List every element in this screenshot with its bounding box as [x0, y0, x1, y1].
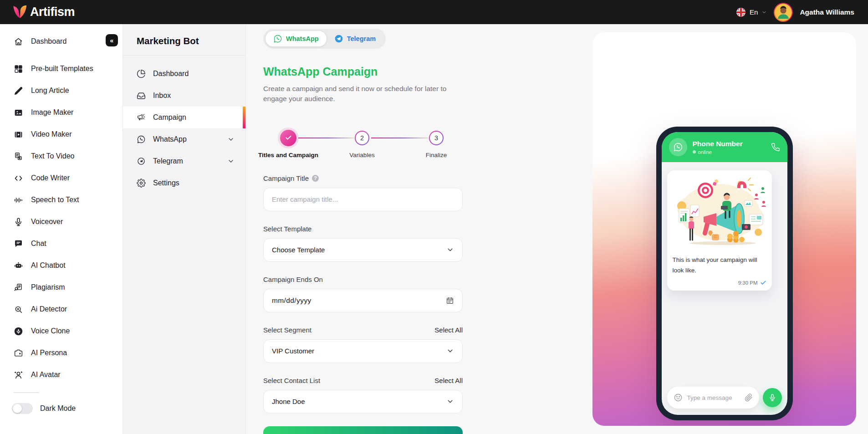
panel-item-whatsapp[interactable]: WhatsApp	[123, 128, 245, 150]
sidebar-item-label: Speech to Text	[31, 196, 79, 204]
sidebar-item-prebuilt-templates[interactable]: Pre-built Templates	[0, 58, 123, 80]
tab-whatsapp[interactable]: WhatsApp	[266, 31, 327, 46]
select-template-group: Select Template Choose Template	[263, 225, 463, 262]
step-1-circle[interactable]	[280, 130, 296, 146]
chevron-down-icon	[761, 10, 767, 15]
grid-icon	[14, 64, 23, 74]
avatar[interactable]	[774, 3, 793, 22]
video-icon	[14, 130, 23, 139]
select-template-label: Select Template	[263, 225, 311, 233]
panel-item-telegram[interactable]: Telegram	[123, 150, 245, 172]
contact-list-value: Jhone Doe	[272, 398, 446, 405]
date-input[interactable]: mm/dd/yyyy	[263, 289, 463, 312]
step-2-label: Variables	[349, 152, 374, 158]
person-sparkle-icon	[14, 370, 23, 380]
help-icon[interactable]: ?	[312, 175, 319, 182]
sidebar-item-label: Code Writer	[31, 174, 70, 182]
sidebar-item-label: AI Persona	[31, 349, 67, 357]
telegram-icon	[334, 34, 343, 43]
segment-select-all-link[interactable]: Select All	[434, 326, 463, 334]
sidebar-item-label: Ai Detector	[31, 305, 67, 313]
stepper-connector	[298, 138, 354, 138]
phone-mockup: Phone Number online	[656, 127, 793, 420]
topbar: Artifism En	[0, 0, 868, 24]
sidebar-item-image-maker[interactable]: Image Maker	[0, 102, 123, 123]
sidebar-item-video-maker[interactable]: Video Maker	[0, 123, 123, 145]
panel-item-label: Dashboard	[153, 70, 189, 78]
step-2-circle[interactable]: 2	[355, 131, 369, 145]
panel-item-label: Telegram	[153, 157, 183, 165]
call-icon	[771, 143, 780, 152]
sidebar-item-text-to-video[interactable]: Text To Video	[0, 145, 123, 167]
sidebar-item-ai-detector[interactable]: Ai Detector	[0, 298, 123, 320]
segment-select[interactable]: VIP Customer	[263, 339, 463, 363]
segment-select-value: VIP Customer	[272, 347, 446, 355]
sidebar-item-ai-avatar[interactable]: AI Avatar	[0, 364, 123, 386]
panel-menu: Dashboard Inbox Campaign WhatsApp Telegr…	[123, 56, 245, 194]
sidebar-item-voiceover[interactable]: Voiceover	[0, 211, 123, 233]
campaign-form: WhatsApp Telegram WhatsApp Campaign Crea…	[263, 29, 463, 434]
dark-mode-toggle[interactable]	[12, 403, 33, 414]
message-placeholder: Type a message	[687, 394, 740, 401]
chevron-down-icon	[446, 398, 454, 405]
gear-icon	[137, 179, 146, 188]
contact-select-all-link[interactable]: Select All	[434, 377, 463, 384]
whatsapp-logo-icon	[669, 138, 687, 156]
pencil-icon	[14, 86, 23, 96]
sidebar-item-ai-persona[interactable]: AI Persona	[0, 342, 123, 364]
language-selector[interactable]: En	[736, 7, 767, 17]
contact-list-select[interactable]: Jhone Doe	[263, 390, 463, 414]
calendar-icon[interactable]	[446, 296, 454, 305]
stepper-connector	[371, 138, 428, 138]
magnet	[737, 178, 753, 191]
page-title: WhatsApp Campaign	[263, 65, 463, 78]
document-magnifier-icon	[14, 283, 23, 292]
waveform-icon	[14, 195, 23, 205]
sidebar-item-ai-chatbot[interactable]: AI Chatbot	[0, 255, 123, 276]
template-select-value: Choose Template	[272, 246, 446, 254]
user-name: Agatha Williams	[800, 8, 854, 16]
sidebar-item-plagiarism[interactable]: Plagiarism	[0, 276, 123, 298]
online-status: online	[698, 149, 712, 155]
sidebar-item-label: Video Maker	[31, 130, 72, 138]
language-label: En	[750, 8, 758, 16]
panel-item-inbox[interactable]: Inbox	[123, 85, 245, 107]
sidebar-item-label: Voiceover	[31, 218, 63, 226]
artifism-logo-icon	[12, 5, 27, 20]
chat-contact-name: Phone Number	[693, 140, 743, 148]
sidebar-item-chat[interactable]: Chat	[0, 233, 123, 255]
camera-star-icon	[14, 348, 23, 358]
step-1-label: Titles and Campaign	[258, 152, 318, 158]
magnifier-icon	[14, 305, 23, 314]
sidebar-item-label: AI Chatbot	[31, 261, 66, 270]
whatsapp-icon	[273, 34, 282, 43]
uk-flag-icon	[736, 7, 746, 17]
sidebar-item-speech-to-text[interactable]: Speech to Text	[0, 189, 123, 211]
message-time: 9:30 PM	[738, 280, 758, 286]
main-content: WhatsApp Telegram WhatsApp Campaign Crea…	[246, 24, 868, 434]
mic-button	[763, 388, 782, 407]
sidebar-item-code-writer[interactable]: Code Writer	[0, 167, 123, 189]
sidebar-item-long-article[interactable]: Long Article	[0, 80, 123, 102]
panel-item-label: Settings	[153, 179, 179, 187]
tab-telegram[interactable]: Telegram	[327, 31, 383, 46]
panel-item-settings[interactable]: Settings	[123, 172, 245, 194]
avatar-image	[775, 4, 792, 21]
panel-item-dashboard[interactable]: Dashboard	[123, 63, 245, 85]
date-value: mm/dd/yyyy	[272, 296, 446, 305]
template-select[interactable]: Choose Template	[263, 238, 463, 262]
text-to-video-icon	[14, 152, 23, 161]
sidebar-item-voice-clone[interactable]: Voice Clone	[0, 320, 123, 342]
campaign-title-input[interactable]	[272, 195, 454, 203]
sidebar-item-dashboard[interactable]: Dashboard	[0, 31, 123, 52]
dark-mode-label: Dark Mode	[40, 404, 76, 413]
topbar-right: En Agatha Williams	[736, 3, 854, 22]
step-3-circle[interactable]: 3	[429, 131, 444, 145]
chevron-down-icon	[227, 136, 235, 143]
brand-logo[interactable]: Artifism	[12, 5, 75, 20]
robot-icon	[14, 261, 23, 271]
sidebar-item-label: AI Avatar	[31, 371, 61, 379]
submit-campaign-button[interactable]	[263, 426, 463, 434]
panel-item-campaign[interactable]: Campaign	[123, 107, 245, 128]
sidebar-collapse-button[interactable]: «	[106, 34, 118, 46]
